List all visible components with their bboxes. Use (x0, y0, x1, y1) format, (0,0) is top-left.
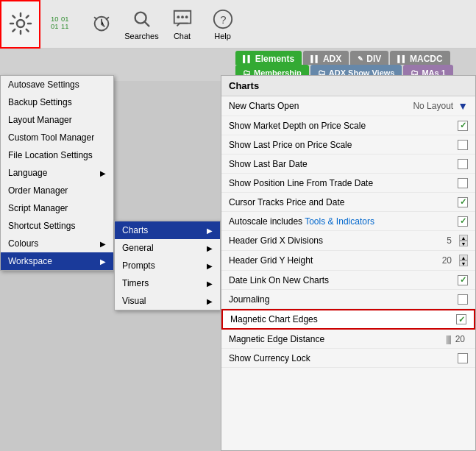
autoscale-label: Autoscale includes Tools & Indicators (229, 216, 458, 227)
grid-x-down[interactable]: ▼ (459, 241, 468, 246)
currency-lock-checkbox[interactable] (458, 353, 468, 363)
menu-backup[interactable]: Backup Settings (1, 93, 113, 111)
settings-button[interactable] (0, 0, 40, 49)
magnetic-edges-checkbox[interactable] (456, 314, 466, 324)
journaling-checkbox[interactable] (458, 294, 468, 305)
charts-panel: Charts New Charts Open No Layout ▼ Show … (221, 75, 476, 451)
help-label: Help (214, 32, 231, 40)
chart-row-grid-x: Header Grid X Divisions 5 ▲ ▼ (221, 231, 475, 251)
settings-menu: Autosave Settings Backup Settings Layout… (0, 75, 114, 271)
journaling-label: Journaling (229, 294, 458, 305)
position-line-checkbox[interactable] (458, 178, 468, 188)
help-button[interactable]: ? Help (202, 0, 243, 49)
svg-point-8 (181, 15, 184, 18)
svg-point-7 (177, 15, 180, 18)
magnetic-distance-value-box: ||| 20 (446, 334, 468, 344)
grid-x-spinner[interactable]: ▲ ▼ (459, 235, 468, 246)
grid-y-spinner[interactable]: ▲ ▼ (459, 255, 468, 266)
svg-text:?: ? (220, 13, 226, 25)
new-charts-open-value[interactable]: No Layout ▼ (413, 100, 468, 112)
submenu-charts[interactable]: Charts ▶ (115, 221, 220, 239)
chat-label: Chat (174, 32, 191, 40)
grid-y-value: 20 (442, 255, 452, 266)
menu-custom-tool[interactable]: Custom Tool Manager (1, 129, 113, 146)
chart-row-last-price: Show Last Price on Price Scale (221, 135, 475, 155)
timers-arrow: ▶ (207, 280, 213, 288)
alarm-button[interactable] (81, 0, 121, 49)
new-charts-dropdown-arrow[interactable]: ▼ (458, 100, 468, 112)
workspace-submenu: Charts ▶ General ▶ Prompts ▶ Timers ▶ Vi… (114, 221, 221, 310)
language-arrow: ▶ (100, 169, 106, 177)
currency-lock-label: Show Currency Lock (229, 353, 458, 363)
date-link-label: Date Link On New Charts (229, 275, 458, 285)
charts-panel-title: Charts (221, 76, 475, 96)
magnetic-edges-label: Magnetic Chart Edges (230, 314, 456, 324)
grid-y-value-box: 20 ▲ ▼ (442, 255, 468, 266)
cursor-tracks-checkbox[interactable] (458, 197, 468, 207)
chart-row-magnetic-edges: Magnetic Chart Edges (221, 309, 475, 330)
main-area: Autosave Settings Backup Settings Layout… (0, 75, 476, 451)
menu-colours[interactable]: Colours ▶ (1, 235, 113, 252)
grid-x-value-box: 5 ▲ ▼ (447, 235, 468, 246)
chart-row-journaling: Journaling (221, 290, 475, 309)
menu-script-manager[interactable]: Script Manager (1, 199, 113, 217)
search-button[interactable]: Searches (121, 0, 162, 49)
chart-row-magnetic-distance: Magnetic Edge Distance ||| 20 (221, 330, 475, 349)
menu-shortcut[interactable]: Shortcut Settings (1, 217, 113, 235)
last-bar-date-label: Show Last Bar Date (229, 159, 458, 169)
svg-text:11: 11 (61, 22, 68, 29)
svg-point-9 (185, 15, 188, 18)
submenu-visual[interactable]: Visual ▶ (115, 292, 220, 310)
visual-arrow: ▶ (207, 297, 213, 305)
submenu-prompts[interactable]: Prompts ▶ (115, 257, 220, 274)
menu-file-location[interactable]: File Location Settings (1, 146, 113, 164)
magnetic-distance-value: 20 (455, 334, 465, 344)
chart-row-last-bar-date: Show Last Bar Date (221, 155, 475, 174)
last-bar-date-checkbox[interactable] (458, 159, 468, 169)
search-label: Searches (124, 32, 158, 40)
svg-point-0 (17, 20, 24, 27)
grid-x-up[interactable]: ▲ (459, 235, 468, 241)
submenu-general[interactable]: General ▶ (115, 239, 220, 257)
date-link-checkbox[interactable] (458, 275, 468, 285)
last-price-label: Show Last Price on Price Scale (229, 140, 458, 150)
menu-layout[interactable]: Layout Manager (1, 111, 113, 129)
menu-order-manager[interactable]: Order Manager (1, 182, 113, 199)
new-charts-open-label: New Charts Open (229, 101, 413, 111)
submenu-timers[interactable]: Timers ▶ (115, 274, 220, 292)
autoscale-checkbox[interactable] (458, 216, 468, 227)
cursor-tracks-label: Cursor Tracks Price and Date (229, 197, 458, 207)
workspace-arrow: ▶ (100, 258, 106, 266)
grid-x-label: Header Grid X Divisions (229, 235, 447, 246)
chat-button[interactable]: Chat (162, 0, 202, 49)
chart-row-currency-lock: Show Currency Lock (221, 349, 475, 368)
magnetic-distance-label: Magnetic Edge Distance (229, 334, 446, 344)
general-arrow: ▶ (207, 244, 213, 252)
menu-language[interactable]: Language ▶ (1, 164, 113, 182)
prompts-arrow: ▶ (207, 262, 213, 270)
grid-y-up[interactable]: ▲ (459, 255, 468, 260)
position-line-label: Show Position Line From Trade Date (229, 178, 458, 188)
grid-y-down[interactable]: ▼ (459, 260, 468, 266)
chart-row-grid-y: Header Grid Y Height 20 ▲ ▼ (221, 251, 475, 271)
chart-row-market-depth: Show Market Depth on Price Scale (221, 116, 475, 135)
chart-row-autoscale: Autoscale includes Tools & Indicators (221, 212, 475, 231)
colours-arrow: ▶ (100, 240, 106, 248)
grid-y-label: Header Grid Y Height (229, 255, 442, 266)
chart-row-cursor-tracks: Cursor Tracks Price and Date (221, 193, 475, 212)
market-depth-label: Show Market Depth on Price Scale (229, 121, 458, 131)
binary-button[interactable]: 10 01 01 11 (40, 0, 81, 49)
chart-row-new-charts-open: New Charts Open No Layout ▼ (221, 96, 475, 116)
menu-workspace[interactable]: Workspace ▶ (1, 252, 113, 270)
last-price-checkbox[interactable] (458, 140, 468, 150)
market-depth-checkbox[interactable] (458, 121, 468, 131)
svg-text:01: 01 (50, 22, 57, 29)
chart-row-position-line: Show Position Line From Trade Date (221, 174, 475, 193)
chart-row-date-link: Date Link On New Charts (221, 271, 475, 290)
charts-arrow: ▶ (207, 227, 213, 235)
menu-autosave[interactable]: Autosave Settings (1, 76, 113, 93)
magnetic-distance-bars: ||| (446, 334, 450, 344)
toolbar: 10 01 01 11 Searches Chat (0, 0, 476, 49)
grid-x-value: 5 (447, 235, 452, 246)
